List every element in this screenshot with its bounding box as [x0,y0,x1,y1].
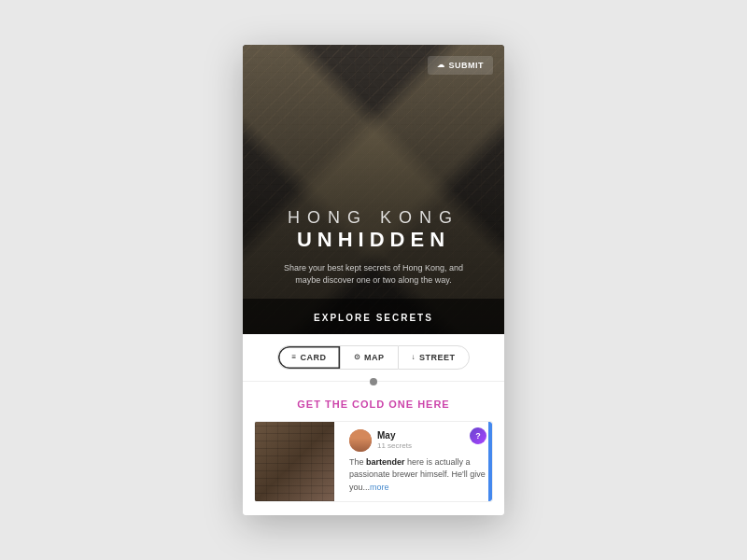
phone-container: ☁ SUBMIT HONG KONG UNHIDDEN Share your b… [243,45,504,516]
question-badge-icon: ? [470,427,486,444]
more-link[interactable]: more [370,483,389,492]
card-tab-label: CARD [301,353,327,362]
card-section: GET THE COLD ONE HERE May 11 secrets The… [243,385,504,516]
secret-card[interactable]: May 11 secrets The bartender here is act… [254,421,493,503]
tab-street[interactable]: ↓ STREET [398,345,470,370]
explore-secrets-button[interactable]: EXPLORE SECRETS [314,313,433,323]
highlight-bartender: bartender [366,457,405,467]
hero-title-line1: HONG KONG [261,208,486,229]
scroll-bar [488,422,492,502]
street-tab-label: STREET [419,353,456,362]
submit-button[interactable]: ☁ SUBMIT [428,56,493,75]
hero-overlay [243,45,504,334]
card-description: The bartender here is actually a passion… [349,456,486,495]
card-user-info: May 11 secrets [349,429,486,452]
map-tab-label: MAP [364,353,385,362]
hero-content: HONG KONG UNHIDDEN Share your best kept … [243,208,504,287]
hero-title-line2: UNHIDDEN [261,228,486,252]
street-icon: ↓ [412,353,416,361]
avatar-image [349,429,372,452]
view-tabs: ≡ CARD ⊙ MAP ↓ STREET [243,334,504,382]
hero-subtitle: Share your best kept secrets of Hong Kon… [261,262,486,287]
user-name: May [377,430,412,441]
user-avatar [349,429,372,452]
card-thumbnail [255,422,334,502]
card-section-title: GET THE COLD ONE HERE [254,399,493,410]
cloud-icon: ☁ [437,61,445,69]
map-pin-icon: ⊙ [354,353,361,361]
user-secrets-count: 11 secrets [377,441,412,451]
tab-map[interactable]: ⊙ MAP [340,345,398,370]
hero-section: ☁ SUBMIT HONG KONG UNHIDDEN Share your b… [243,45,504,334]
scroll-indicator-dot [370,378,377,385]
card-tab-icon: ≡ [291,353,296,361]
explore-bar: EXPLORE SECRETS [243,299,504,334]
tab-card[interactable]: ≡ CARD [277,345,339,370]
user-details: May 11 secrets [377,430,412,451]
